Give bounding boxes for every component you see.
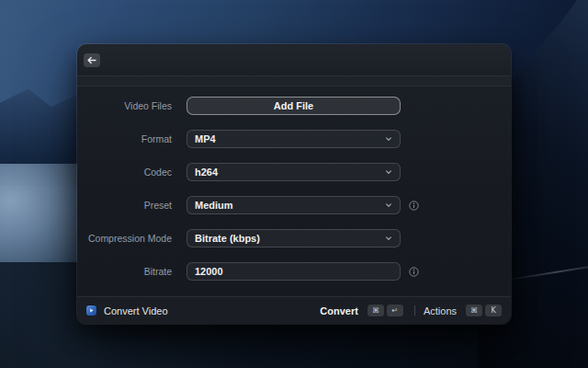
form-row-format: Format MP4 [77,130,511,148]
bitrate-info-icon[interactable] [409,267,419,277]
footer-actions: Convert ⌘ ↵ Actions ⌘ K [320,305,502,316]
chevron-down-icon [385,135,392,143]
cmd-key-icon: ⌘ [368,305,384,316]
codec-select-value: h264 [195,167,218,178]
k-key-icon: K [485,305,502,316]
form-area: Video Files Add File Format MP4 Codec h2… [77,86,511,296]
window-header [77,44,511,75]
format-select-value: MP4 [195,133,216,144]
codec-select[interactable]: h264 [187,163,401,181]
action-bar: Convert Video Convert ⌘ ↵ Actions ⌘ K [77,296,511,324]
form-row-preset: Preset Medium [77,196,511,214]
field-label: Format [77,133,187,144]
field-label: Preset [77,200,187,211]
chevron-down-icon [385,201,392,209]
add-file-button[interactable]: Add File [187,97,401,115]
form-row-codec: Codec h264 [77,163,511,181]
footer-divider [414,305,415,316]
actions-menu-label[interactable]: Actions [424,305,457,316]
preset-select[interactable]: Medium [187,196,401,214]
return-key-icon: ↵ [387,305,403,316]
chevron-down-icon [385,235,392,242]
command-title: Convert Video [104,305,168,316]
field-label: Bitrate [77,266,187,277]
form-row-video-files: Video Files Add File [77,97,511,115]
arrow-left-icon [87,56,96,64]
form-row-bitrate: Bitrate [77,262,511,281]
video-converter-app-icon [86,305,96,316]
format-select[interactable]: MP4 [187,130,401,148]
add-file-button-label: Add File [274,100,313,111]
compression-mode-select[interactable]: Bitrate (kbps) [187,229,401,247]
bitrate-input[interactable] [187,262,401,281]
field-label: Video Files [77,100,187,111]
cmd-key-icon: ⌘ [466,305,482,316]
field-label: Codec [77,167,187,178]
compression-mode-select-value: Bitrate (kbps) [195,233,260,244]
convert-action-label[interactable]: Convert [320,305,358,316]
back-button[interactable] [84,53,100,67]
form-row-compression-mode: Compression Mode Bitrate (kbps) [77,229,511,247]
convert-video-window: Video Files Add File Format MP4 Codec h2… [77,44,511,324]
header-subband [77,76,511,86]
field-label: Compression Mode [77,233,187,244]
chevron-down-icon [385,168,392,176]
preset-select-value: Medium [195,200,233,211]
preset-info-icon[interactable] [409,201,419,211]
